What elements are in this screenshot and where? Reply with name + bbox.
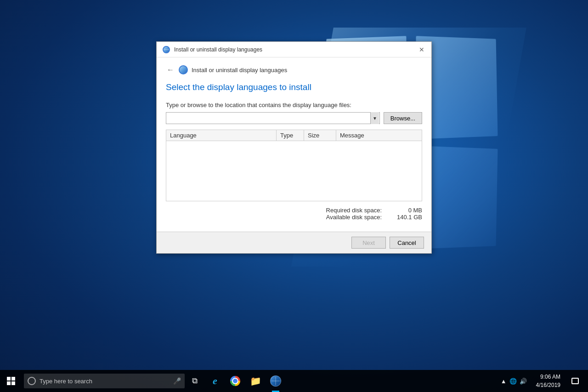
tray-icons: ▲ 🌐 🔊 bbox=[497, 378, 531, 385]
microphone-icon[interactable]: 🎤 bbox=[173, 377, 181, 385]
disk-info: Required disk space: 0 MB Available disk… bbox=[166, 207, 422, 221]
ie-icon: e bbox=[213, 375, 217, 387]
install-language-dialog: Install or uninstall display languages ✕… bbox=[156, 41, 432, 254]
chrome-icon bbox=[230, 376, 240, 386]
path-input[interactable] bbox=[166, 112, 380, 124]
volume-icon[interactable]: 🔊 bbox=[520, 378, 527, 385]
task-view-icon: ⧉ bbox=[192, 376, 198, 386]
desktop: Install or uninstall display languages ✕… bbox=[0, 0, 588, 392]
table-header: Language Type Size Message bbox=[166, 130, 422, 141]
language-icon bbox=[270, 375, 281, 386]
task-view-button[interactable]: ⧉ bbox=[185, 370, 205, 392]
column-header-size: Size bbox=[304, 130, 336, 141]
tray-expand-icon[interactable]: ▲ bbox=[501, 378, 507, 385]
action-center-button[interactable] bbox=[566, 370, 584, 392]
dialog-footer: Next Cancel bbox=[157, 232, 431, 253]
clock-time: 9:06 AM bbox=[540, 373, 560, 381]
available-disk-row: Available disk space: 140.1 GB bbox=[326, 214, 422, 221]
language-settings-button[interactable] bbox=[266, 370, 286, 392]
dialog-titlebar: Install or uninstall display languages ✕ bbox=[157, 42, 431, 57]
required-disk-value: 0 MB bbox=[385, 207, 422, 214]
globe-icon bbox=[163, 46, 170, 53]
network-icon[interactable]: 🌐 bbox=[509, 378, 517, 385]
system-clock[interactable]: 9:06 AM 4/16/2019 bbox=[532, 373, 564, 389]
taskbar: Type here to search 🎤 ⧉ e 📁 ▲ 🌐 bbox=[0, 370, 588, 392]
back-button[interactable]: ← bbox=[166, 65, 175, 75]
column-header-type: Type bbox=[277, 130, 304, 141]
column-header-language: Language bbox=[166, 130, 277, 141]
taskbar-tray: ▲ 🌐 🔊 9:06 AM 4/16/2019 bbox=[497, 370, 588, 392]
dialog-title-text: Install or uninstall display languages bbox=[174, 46, 416, 53]
start-button[interactable] bbox=[0, 370, 22, 392]
search-icon bbox=[28, 377, 36, 385]
nav-globe-icon bbox=[179, 65, 188, 74]
required-disk-label: Required disk space: bbox=[326, 207, 382, 214]
form-label: Type or browse to the location that cont… bbox=[166, 102, 422, 108]
taskbar-search[interactable]: Type here to search 🎤 bbox=[24, 374, 185, 388]
close-button[interactable]: ✕ bbox=[416, 44, 428, 56]
language-table-container: Language Type Size Message bbox=[166, 130, 422, 201]
dialog-nav: ← Install or uninstall display languages bbox=[166, 65, 422, 75]
page-heading: Select the display languages to install bbox=[166, 82, 422, 92]
browse-button[interactable]: Browse... bbox=[384, 112, 422, 124]
input-row: ▼ Browse... bbox=[166, 112, 422, 124]
clock-date: 4/16/2019 bbox=[536, 381, 560, 389]
column-header-message: Message bbox=[336, 130, 422, 141]
search-placeholder-text: Type here to search bbox=[40, 378, 92, 385]
start-icon bbox=[7, 377, 15, 385]
internet-explorer-button[interactable]: e bbox=[205, 370, 225, 392]
dialog-overlay: Install or uninstall display languages ✕… bbox=[0, 0, 588, 392]
path-input-wrap: ▼ bbox=[166, 112, 380, 124]
dialog-title-icon bbox=[162, 45, 170, 54]
folder-icon: 📁 bbox=[250, 375, 261, 386]
file-explorer-button[interactable]: 📁 bbox=[245, 370, 266, 392]
dialog-main-content: ← Install or uninstall display languages… bbox=[157, 57, 431, 232]
chrome-button[interactable] bbox=[225, 370, 245, 392]
next-button[interactable]: Next bbox=[351, 237, 386, 249]
notification-icon bbox=[571, 378, 579, 384]
dropdown-arrow-icon[interactable]: ▼ bbox=[370, 112, 379, 124]
available-disk-label: Available disk space: bbox=[326, 214, 382, 221]
cancel-button[interactable]: Cancel bbox=[390, 237, 424, 249]
available-disk-value: 140.1 GB bbox=[385, 214, 422, 221]
wizard-title: Install or uninstall display languages bbox=[192, 67, 287, 74]
required-disk-row: Required disk space: 0 MB bbox=[326, 207, 422, 214]
table-body bbox=[166, 141, 422, 201]
